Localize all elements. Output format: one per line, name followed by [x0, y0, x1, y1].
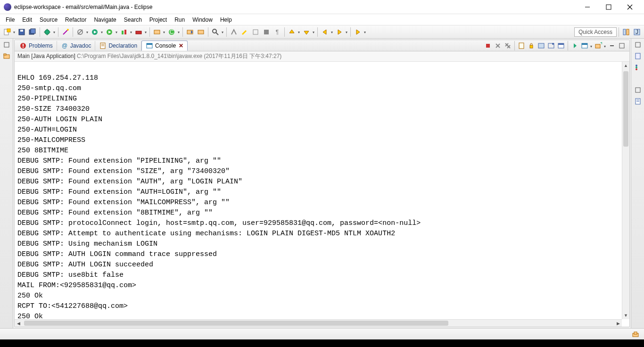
terminate-button[interactable]: [483, 41, 493, 50]
quick-access-input[interactable]: Quick Access: [574, 27, 617, 37]
svg-rect-58: [147, 43, 152, 45]
maximize-button[interactable]: [598, 0, 619, 14]
minimize-button[interactable]: [577, 0, 598, 14]
tab-label: Console: [155, 42, 176, 49]
console-output[interactable]: EHLO 169.254.27.118 250-smtp.qq.com 250-…: [15, 62, 622, 319]
open-console-button[interactable]: ▾: [580, 41, 589, 50]
restore-view-button[interactable]: [2, 41, 11, 49]
scroll-down-arrow[interactable]: ▼: [622, 312, 629, 319]
menubar: File Edit Source Refactor Navigate Searc…: [0, 14, 644, 25]
separator: [226, 27, 227, 37]
declaration-tab[interactable]: Declaration: [95, 41, 141, 50]
menu-help[interactable]: Help: [216, 15, 236, 25]
wand-button[interactable]: [60, 27, 71, 37]
separator: [619, 27, 619, 37]
scroll-lock-button[interactable]: [527, 41, 536, 50]
problems-tab[interactable]: Problems: [16, 41, 57, 50]
horizontal-scrollbar[interactable]: ◀ ▶: [15, 319, 622, 327]
pin-console-button[interactable]: [546, 41, 556, 50]
save-all-button[interactable]: [27, 27, 38, 37]
clear-console-button[interactable]: [517, 41, 526, 50]
word-wrap-button[interactable]: [537, 41, 546, 50]
java-perspective-button[interactable]: J: [632, 27, 642, 37]
svg-line-33: [216, 33, 218, 35]
display-console-button[interactable]: [556, 41, 566, 50]
next-annotation-button[interactable]: ▾: [287, 27, 297, 37]
remove-launch-button[interactable]: [493, 41, 503, 50]
open-task-button[interactable]: [196, 27, 206, 37]
svg-marker-42: [356, 30, 360, 34]
svg-rect-52: [23, 47, 24, 48]
outline-view-icon[interactable]: [634, 97, 642, 106]
last-edit-button[interactable]: ▾: [353, 27, 363, 37]
vertical-scrollbar[interactable]: ▲ ▼: [622, 62, 629, 319]
toggle-mark-button[interactable]: [229, 27, 239, 37]
menu-window[interactable]: Window: [189, 15, 216, 25]
launch-path: C:\Program Files\Java\jdk1.8.0_141\bin\j…: [77, 53, 202, 59]
status-build-icon[interactable]: [632, 330, 639, 338]
console-tab[interactable]: Console ✕: [141, 41, 188, 51]
menu-file[interactable]: File: [2, 15, 18, 25]
tab-label: Problems: [29, 42, 53, 49]
new-package-button[interactable]: ▾: [152, 27, 162, 37]
open-perspective-button[interactable]: [621, 27, 631, 37]
eclipse-icon: [4, 3, 11, 11]
debug-run-button[interactable]: ▾: [90, 27, 100, 37]
menu-refactor[interactable]: Refactor: [61, 15, 90, 25]
menu-edit[interactable]: Edit: [18, 15, 36, 25]
task-list-icon[interactable]: [634, 52, 642, 60]
svg-rect-90: [634, 332, 637, 334]
show-whitespace-button[interactable]: ¶: [272, 27, 282, 37]
open-type-button[interactable]: [185, 27, 195, 37]
menu-source[interactable]: Source: [36, 15, 61, 25]
separator: [182, 27, 183, 37]
svg-rect-49: [4, 54, 6, 55]
remove-all-button[interactable]: [503, 41, 512, 50]
svg-rect-81: [636, 53, 640, 59]
right-trim-stack: [631, 39, 644, 328]
close-button[interactable]: [619, 0, 640, 14]
menu-search[interactable]: Search: [120, 15, 146, 25]
scroll-left-arrow[interactable]: ◀: [15, 320, 22, 327]
declaration-icon: [99, 42, 107, 50]
menu-navigate[interactable]: Navigate: [90, 15, 120, 25]
annotate-button[interactable]: [239, 27, 250, 37]
back-button[interactable]: ▾: [320, 27, 330, 37]
restore-right-button[interactable]: [634, 41, 642, 49]
coverage-button[interactable]: ▾: [119, 27, 129, 37]
save-button[interactable]: [17, 27, 27, 37]
scroll-up-arrow[interactable]: ▲: [622, 62, 629, 69]
minimize-view-button[interactable]: [607, 41, 617, 50]
menu-run[interactable]: Run: [171, 15, 189, 25]
hscroll-thumb[interactable]: [24, 321, 448, 326]
maximize-view-button[interactable]: [617, 41, 627, 50]
svg-rect-68: [538, 43, 544, 48]
svg-rect-59: [486, 44, 490, 48]
svg-line-34: [242, 31, 246, 34]
prev-annotation-button[interactable]: ▾: [301, 27, 312, 37]
close-tab-icon[interactable]: ✕: [179, 42, 183, 49]
separator: [514, 41, 515, 50]
external-tools-button[interactable]: ▾: [133, 27, 144, 37]
new-class-button[interactable]: C▾: [166, 27, 177, 37]
outline-icon[interactable]: [634, 63, 642, 72]
main-toolbar: ▾ ▾ ▾ ▾ ▾ ▾ ▾ ▾ C▾ ▾ ¶ ▾ ▾ ▾ ▾ ▾ Quick A…: [0, 25, 644, 39]
package-explorer-icon[interactable]: [2, 52, 11, 60]
menu-project[interactable]: Project: [146, 15, 171, 25]
vscroll-thumb[interactable]: [623, 71, 628, 147]
new-button[interactable]: ▾: [2, 27, 12, 37]
skip-breakpoints-button[interactable]: ▾: [75, 27, 85, 37]
debug-button[interactable]: ▾: [42, 27, 52, 37]
scroll-right-arrow[interactable]: ▶: [614, 320, 622, 327]
javadoc-tab[interactable]: @ Javadoc: [57, 41, 96, 50]
restore-right-button-2[interactable]: [634, 86, 642, 94]
format-button[interactable]: [250, 27, 261, 37]
svg-marker-40: [323, 30, 326, 34]
block-select-button[interactable]: [261, 27, 272, 37]
show-standard-out-button[interactable]: [570, 41, 579, 50]
search-button[interactable]: ▾: [210, 27, 221, 37]
run-button[interactable]: ▾: [104, 27, 115, 37]
new-console-button[interactable]: +▾: [594, 41, 603, 50]
forward-button[interactable]: ▾: [334, 27, 345, 37]
svg-rect-26: [154, 30, 160, 34]
